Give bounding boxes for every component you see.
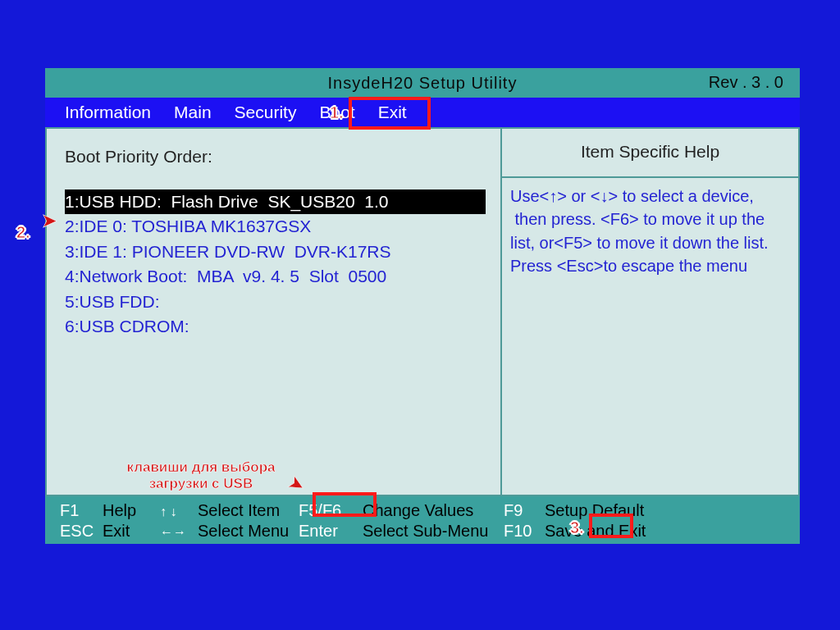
foot-arrows-updown-icon: ↑ ↓ <box>160 507 198 517</box>
foot-action-exit: Exit <box>103 522 160 541</box>
foot-action-select-submenu: Select Sub-Menu <box>363 522 504 541</box>
foot-action-select-item: Select Item <box>198 501 299 520</box>
foot-key-enter: Enter <box>299 522 363 541</box>
bios-title: InsydeH20 Setup Utility <box>45 74 800 93</box>
foot-key-f5f6: F5/F6 <box>299 501 363 520</box>
boot-list[interactable]: 1:USB HDD: Flash Drive SK_USB20 1.0 2:ID… <box>65 189 486 340</box>
foot-action-select-menu: Select Menu <box>198 522 299 541</box>
annotation-label-2: 2. <box>16 223 30 242</box>
footer-bar: F1 Help ↑ ↓ Select Item F5/F6 Change Val… <box>45 496 800 544</box>
help-heading: Item Specific Help <box>502 129 798 178</box>
boot-row-4[interactable]: 4:Network Boot: MBA v9. 4. 5 Slot 0500 <box>65 264 486 289</box>
menu-security[interactable]: Security <box>235 103 297 122</box>
foot-action-setup-default: Setup Default <box>545 501 676 520</box>
menu-bar[interactable]: Information Main Security Boot Exit <box>45 98 800 127</box>
annotation-label-3: 3. <box>570 518 584 537</box>
foot-key-esc: ESC <box>60 522 103 541</box>
foot-action-help: Help <box>103 501 160 520</box>
annotation-arrow-2-icon: ➤ <box>41 209 57 232</box>
boot-row-3[interactable]: 3:IDE 1: PIONEER DVD-RW DVR-K17RS <box>65 240 486 264</box>
boot-row-6[interactable]: 6:USB CDROM: <box>65 314 486 339</box>
menu-exit[interactable]: Exit <box>378 103 407 122</box>
boot-row-1[interactable]: 1:USB HDD: Flash Drive SK_USB20 1.0 <box>65 189 486 214</box>
boot-row-5[interactable]: 5:USB FDD: <box>65 290 486 314</box>
foot-key-f9: F9 <box>504 501 545 520</box>
menu-information[interactable]: Information <box>65 103 151 122</box>
foot-action-change-values: Change Values <box>363 501 504 520</box>
annotation-caption: клавиши для выборазагрузки с USB <box>111 459 291 491</box>
title-bar: InsydeH20 Setup Utility Rev . 3 . 0 <box>45 68 800 98</box>
foot-arrows-leftright-icon: ←→ <box>160 527 198 537</box>
foot-action-save-exit: Save and Exit <box>545 522 676 541</box>
help-pane: Item Specific Help Use<↑> or <↓> to sele… <box>502 129 798 495</box>
annotation-label-1: 1. <box>330 103 344 122</box>
foot-key-f10: F10 <box>504 522 545 541</box>
bios-revision: Rev . 3 . 0 <box>709 73 783 92</box>
foot-key-f1: F1 <box>60 501 103 520</box>
boot-row-2[interactable]: 2:IDE 0: TOSHIBA MK1637GSX <box>65 214 486 239</box>
help-body: Use<↑> or <↓> to select a device, then p… <box>502 178 798 285</box>
main-area: Boot Priority Order: 1:USB HDD: Flash Dr… <box>45 127 800 496</box>
boot-order-heading: Boot Priority Order: <box>65 147 486 167</box>
left-pane: Boot Priority Order: 1:USB HDD: Flash Dr… <box>47 129 502 495</box>
menu-main[interactable]: Main <box>174 103 212 122</box>
